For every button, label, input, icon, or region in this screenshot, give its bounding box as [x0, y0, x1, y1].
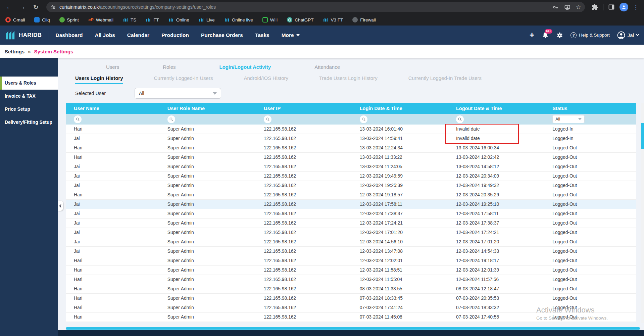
- subtab-trade-users-login-history[interactable]: Trade Users Login History: [319, 75, 378, 83]
- tab-attendance[interactable]: Attendance: [314, 64, 340, 70]
- bookmark-ts[interactable]: TS: [123, 17, 136, 22]
- bookmark-gmail[interactable]: Gmail: [5, 17, 25, 22]
- online-live-icon: [224, 17, 230, 22]
- horizontal-scrollbar-thumb[interactable]: [66, 327, 640, 330]
- subtab-android-ios-history[interactable]: Android/IOS History: [244, 75, 288, 83]
- vertical-scrollbar[interactable]: [641, 103, 644, 323]
- table-row[interactable]: JaiSuper Admin122.165.98.16212-03-2024 1…: [66, 247, 636, 256]
- nav-item-dashboard[interactable]: Dashboard: [56, 32, 83, 38]
- column-header-user-role-name[interactable]: User Role Name: [159, 106, 256, 111]
- table-row[interactable]: JaiSuper Admin122.165.98.16212-03-2024 1…: [66, 209, 636, 219]
- bookmark-v3-ft[interactable]: V3 FT: [323, 17, 343, 22]
- settings-gear-button[interactable]: [556, 32, 563, 39]
- column-header-user-ip[interactable]: User IP: [256, 106, 352, 111]
- bookmark-online-live[interactable]: Online live: [224, 17, 253, 22]
- help-label: Help & Support: [579, 33, 610, 38]
- install-app-icon[interactable]: [564, 4, 571, 10]
- bookmark-label: Gmail: [13, 17, 25, 22]
- search-filter-user-name[interactable]: [74, 115, 82, 123]
- nav-item-more[interactable]: More: [282, 32, 300, 38]
- sidebar-item-price-setup[interactable]: Price Setup: [0, 103, 58, 116]
- cell-status: Logged-Out: [544, 268, 636, 273]
- breadcrumb-root[interactable]: Settings: [5, 49, 24, 54]
- search-filter-user-ip[interactable]: [264, 115, 271, 123]
- browser-profile-avatar[interactable]: [620, 3, 628, 11]
- table-row[interactable]: JaiSuper Admin122.165.98.16212-03-2024 1…: [66, 237, 636, 247]
- table-row[interactable]: HariSuper Admin122.165.98.16212-03-2024 …: [66, 256, 636, 266]
- bookmark-online[interactable]: Online: [168, 17, 189, 22]
- subtab-currently-logged-in-users[interactable]: Currently Logged-In Users: [154, 75, 213, 83]
- bookmark-webmail[interactable]: cPWebmail: [88, 17, 113, 22]
- table-row[interactable]: JaiSuper Admin122.165.98.16212-03-2024 1…: [66, 200, 636, 209]
- sidebar-item-users-roles[interactable]: Users & Roles: [0, 77, 58, 90]
- back-button[interactable]: ←: [3, 1, 15, 13]
- bookmark-ft[interactable]: FT: [146, 17, 159, 22]
- table-row[interactable]: JaiSuper Admin122.165.98.16212-03-2024 1…: [66, 219, 636, 228]
- table-row[interactable]: HariSuper Admin122.165.98.16207-03-2024 …: [66, 313, 636, 322]
- browser-menu-icon[interactable]: ⋮: [633, 4, 639, 11]
- sidebar-item-delivery-fitting-setup[interactable]: Delivery/Fitting Setup: [0, 116, 58, 129]
- bookmark-sprint[interactable]: Sprint: [59, 17, 79, 22]
- table-row[interactable]: JaiSuper Admin122.165.98.16213-03-2024 1…: [66, 162, 636, 172]
- search-icon: [169, 117, 174, 122]
- table-row[interactable]: HariSuper Admin122.165.98.16212-03-2024 …: [66, 275, 636, 284]
- column-header-user-name[interactable]: User Name: [66, 106, 159, 111]
- bookmark-chatgpt[interactable]: ChatGPT: [287, 17, 313, 22]
- table-row[interactable]: JaiSuper Admin122.165.98.16212-03-2024 1…: [66, 228, 636, 237]
- user-menu[interactable]: Jai: [617, 31, 639, 39]
- status-filter-dropdown[interactable]: All: [552, 115, 585, 123]
- password-key-icon[interactable]: [552, 4, 559, 10]
- table-row[interactable]: HariSuper Admin122.165.98.16208-03-2024 …: [66, 284, 636, 294]
- vertical-scrollbar-thumb[interactable]: [641, 123, 644, 149]
- tab-roles[interactable]: Roles: [163, 64, 176, 70]
- filter-cell-logout-datetime: [448, 115, 544, 123]
- bookmark-live[interactable]: Live: [199, 17, 215, 22]
- sidebar-item-invoice-tax[interactable]: Invoice & TAX: [0, 90, 58, 103]
- table-row[interactable]: JaiSuper Admin122.165.98.16212-03-2024 1…: [66, 181, 636, 190]
- table-row[interactable]: HariSuper Admin122.165.98.16207-03-2024 …: [66, 303, 636, 313]
- table-row[interactable]: HariSuper Admin122.165.98.16212-03-2024 …: [66, 266, 636, 275]
- url-text[interactable]: curtainmatrix.co.uk/accountingsource/set…: [59, 4, 216, 10]
- bookmark-wh[interactable]: WH: [262, 17, 278, 22]
- extensions-icon[interactable]: [592, 4, 598, 10]
- tab-login-logout-activity[interactable]: Login/Logout Activity: [219, 64, 271, 70]
- nav-item-calendar[interactable]: Calendar: [127, 32, 149, 38]
- cell-status: Logged-Out: [544, 164, 636, 169]
- subtab-currently-logged-in-trade-users[interactable]: Currently Logged-In Trade Users: [408, 75, 482, 83]
- nav-item-production[interactable]: Production: [161, 32, 189, 38]
- cell-status: Logged-In: [544, 136, 636, 141]
- column-header-logout-datetime[interactable]: Logout Date & Time: [448, 106, 544, 111]
- address-bar[interactable]: curtainmatrix.co.uk/accountingsource/set…: [46, 2, 585, 12]
- reload-button[interactable]: ↻: [30, 1, 42, 13]
- bookmark-firewall[interactable]: Firewall: [352, 17, 376, 22]
- subtab-users-login-history[interactable]: Users Login History: [75, 75, 123, 84]
- table-row[interactable]: JaiSuper Admin122.165.98.16213-03-2024 1…: [66, 134, 636, 143]
- side-panel-icon[interactable]: [608, 4, 615, 10]
- table-row[interactable]: HariSuper Admin122.165.98.16213-03-2024 …: [66, 143, 636, 153]
- nav-item-purchase-orders[interactable]: Purchase Orders: [201, 32, 243, 38]
- sidebar-collapse-button[interactable]: [58, 201, 63, 211]
- bookmark-cliq[interactable]: Cliq: [34, 17, 50, 22]
- tab-users[interactable]: Users: [106, 64, 119, 70]
- nav-item-all-jobs[interactable]: All Jobs: [95, 32, 115, 38]
- forward-button[interactable]: →: [17, 1, 28, 13]
- table-row[interactable]: JaiSuper Admin122.165.98.16212-03-2024 1…: [66, 172, 636, 181]
- search-filter-login-datetime[interactable]: [360, 115, 367, 123]
- bookmark-star-icon[interactable]: ☆: [576, 4, 581, 11]
- column-header-login-datetime[interactable]: Login Date & Time: [352, 106, 448, 111]
- nav-item-tasks[interactable]: Tasks: [255, 32, 269, 38]
- table-row[interactable]: HariSuper Admin122.165.98.16207-03-2024 …: [66, 294, 636, 303]
- help-support[interactable]: ? Help & Support: [571, 32, 610, 38]
- table-row[interactable]: HariSuper Admin122.165.98.16213-03-2024 …: [66, 125, 636, 134]
- selected-user-dropdown[interactable]: All: [135, 88, 221, 99]
- brand[interactable]: HARIDB: [5, 30, 42, 40]
- notifications-button[interactable]: 99+: [542, 32, 549, 39]
- nav-item-label: More: [282, 32, 294, 38]
- site-settings-icon[interactable]: [50, 4, 56, 10]
- column-header-status[interactable]: Status: [544, 106, 636, 111]
- table-row[interactable]: HariSuper Admin122.165.98.16212-03-2024 …: [66, 190, 636, 200]
- add-new-button[interactable]: +: [530, 31, 535, 39]
- search-filter-logout-datetime[interactable]: [456, 115, 464, 123]
- search-filter-user-role-name[interactable]: [167, 115, 175, 123]
- table-row[interactable]: HariSuper Admin122.165.98.16213-03-2024 …: [66, 153, 636, 162]
